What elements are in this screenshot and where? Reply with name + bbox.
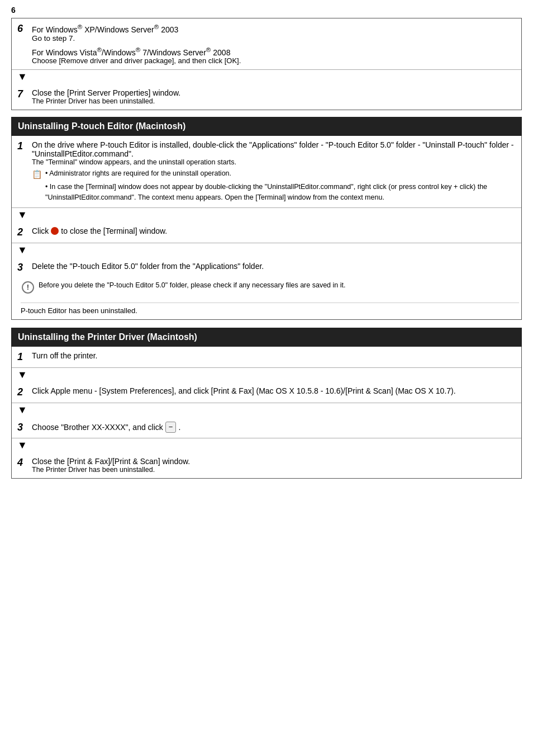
step-6-line4: Choose [Remove driver and driver package…	[32, 56, 241, 65]
arrow-1: ▼	[12, 70, 521, 84]
red-close-circle-icon	[51, 227, 59, 235]
printer-step-1-block: 1 Turn off the printer.	[12, 347, 521, 368]
step-7-sub: The Printer Driver has been uninstalled.	[32, 97, 180, 105]
section-ptouch-header: Uninstalling P-touch Editor (Macintosh)	[11, 117, 522, 136]
ptouch-step-2-rest-text: to close the [Terminal] window.	[61, 226, 167, 235]
step-6-line3: For Windows Vista®/Windows® 7/Windows Se…	[32, 46, 241, 57]
note-doc-icon: 📋	[32, 169, 42, 179]
ptouch-step-3-top: 3 Delete the "P-touch Editor 5.0" folder…	[17, 262, 516, 273]
printer-arrow-3: ▼	[12, 438, 521, 452]
section-printer-header: Uninstalling the Printer Driver (Macinto…	[11, 328, 522, 347]
ptouch-step-1-notes: 📋 • Administrator rights are required fo…	[32, 169, 516, 203]
ptouch-step-2-block: 2 Click to close the [Terminal] window.	[12, 222, 521, 243]
printer-step-4-content: Close the [Print & Fax]/[Print & Scan] w…	[32, 457, 190, 474]
step-6-line1: For Windows® XP/Windows Server® 2003	[32, 23, 241, 34]
printer-step-3-content: Choose "Brother XX-XXXX", and click − .	[32, 422, 180, 433]
top-section: 6 For Windows® XP/Windows Server® 2003 G…	[11, 18, 522, 110]
ptouch-step-3-block: 3 Delete the "P-touch Editor 5.0" folder…	[12, 257, 521, 319]
step-6-content: For Windows® XP/Windows Server® 2003 Go …	[32, 23, 241, 65]
ptouch-step-2-num: 2	[17, 226, 28, 238]
section-printer-body: 1 Turn off the printer. ▼ 2 Click Apple …	[11, 347, 522, 479]
note-terminal: • In case the [Terminal] window does not…	[45, 182, 516, 203]
page-number: 6	[11, 6, 522, 15]
printer-arrow-2: ▼	[12, 403, 521, 417]
ptouch-step-1-num: 1	[17, 140, 28, 152]
ptouch-step-3-warn-text: Before you delete the "P-touch Editor 5.…	[39, 281, 345, 289]
ptouch-step-1-block: 1 On the drive where P-touch Editor is i…	[12, 136, 521, 208]
minus-button-icon: −	[165, 422, 177, 433]
section-ptouch-body: 1 On the drive where P-touch Editor is i…	[11, 136, 522, 320]
printer-step-2-block: 2 Click Apple menu - [System Preferences…	[12, 382, 521, 403]
printer-step-3-text1: Choose "Brother XX-XXXX", and click	[32, 423, 163, 432]
printer-step-2-num: 2	[17, 386, 28, 398]
printer-step-1-num: 1	[17, 351, 28, 363]
printer-step-4-sub: The Printer Driver has been uninstalled.	[32, 466, 190, 474]
printer-step-3-num: 3	[17, 422, 28, 433]
printer-step-4-block: 4 Close the [Print & Fax]/[Print & Scan]…	[12, 452, 521, 478]
ptouch-step-3-main: Delete the "P-touch Editor 5.0" folder f…	[32, 262, 264, 271]
step-7-num: 7	[17, 88, 28, 100]
ptouch-step-1-sub: The "Terminal" window appears, and the u…	[32, 158, 516, 166]
warn-circle-icon: !	[22, 281, 34, 294]
ptouch-step-1-main: On the drive where P-touch Editor is ins…	[32, 140, 516, 158]
step-6-num: 6	[17, 23, 28, 35]
ptouch-step-3-num: 3	[17, 262, 28, 273]
ptouch-arrow-1: ▼	[12, 208, 521, 222]
ptouch-step-1-content: On the drive where P-touch Editor is ins…	[32, 140, 516, 203]
ptouch-step-2-click-text: Click	[32, 226, 49, 235]
ptouch-arrow-2: ▼	[12, 243, 521, 257]
printer-step-3-text2: .	[178, 423, 180, 432]
note-admin-text: • Administrator rights are required for …	[45, 169, 231, 177]
note-admin: 📋 • Administrator rights are required fo…	[32, 169, 516, 179]
printer-step-2-content: Click Apple menu - [System Preferences],…	[32, 386, 456, 395]
step-6-block: 6 For Windows® XP/Windows Server® 2003 G…	[12, 18, 521, 70]
ptouch-step-3-footer: P-touch Editor has been uninstalled.	[21, 303, 519, 315]
step-6-line2: Go to step 7.	[32, 34, 241, 42]
printer-step-4-main: Close the [Print & Fax]/[Print & Scan] w…	[32, 457, 190, 466]
step-7-main: Close the [Print Server Properties] wind…	[32, 88, 180, 97]
ptouch-step-2-content: Click to close the [Terminal] window.	[32, 226, 167, 235]
step-7-block: 7 Close the [Print Server Properties] wi…	[12, 84, 521, 110]
printer-arrow-1: ▼	[12, 368, 521, 382]
step-7-content: Close the [Print Server Properties] wind…	[32, 88, 180, 105]
ptouch-step-3-warn: ! Before you delete the "P-touch Editor …	[22, 281, 345, 294]
printer-step-1-content: Turn off the printer.	[32, 351, 98, 360]
printer-step-4-num: 4	[17, 457, 28, 469]
printer-step-3-block: 3 Choose "Brother XX-XXXX", and click − …	[12, 417, 521, 438]
